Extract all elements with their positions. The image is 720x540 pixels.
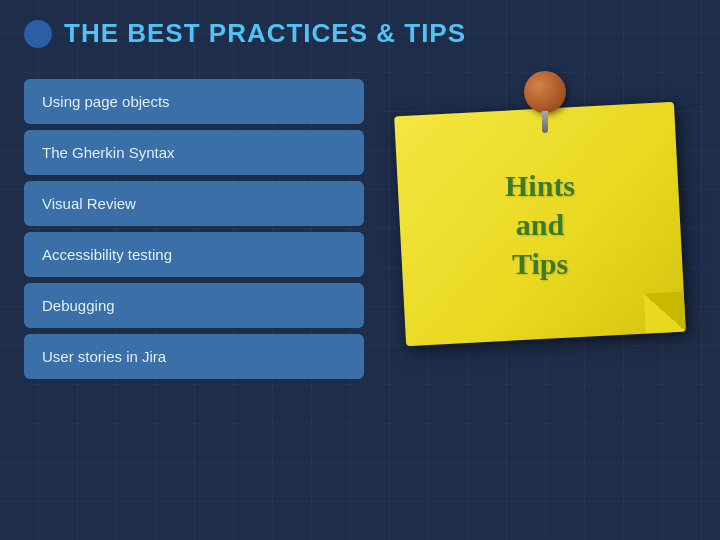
header: THE BEST PRACTICES & TIPS (24, 18, 696, 49)
main-content: Using page objects The Gherkin Syntax Vi… (24, 79, 696, 379)
thumbtack-pin (542, 111, 548, 133)
dot-icon (24, 20, 52, 48)
menu-item-using-page-objects[interactable]: Using page objects (24, 79, 364, 124)
menu-list: Using page objects The Gherkin Syntax Vi… (24, 79, 364, 379)
hints-area: Hints and Tips (394, 79, 696, 339)
menu-item-accessibility-testing[interactable]: Accessibility testing (24, 232, 364, 277)
hints-line3: Tips (505, 244, 575, 283)
menu-item-user-stories-jira[interactable]: User stories in Jira (24, 334, 364, 379)
hints-text: Hints and Tips (495, 156, 585, 293)
page-wrapper: THE BEST PRACTICES & TIPS Using page obj… (0, 0, 720, 540)
page-title: THE BEST PRACTICES & TIPS (64, 18, 466, 49)
menu-item-gherkin-syntax[interactable]: The Gherkin Syntax (24, 130, 364, 175)
hints-line2: and (505, 205, 575, 244)
sticky-note-container: Hints and Tips (400, 89, 690, 339)
menu-item-visual-review[interactable]: Visual Review (24, 181, 364, 226)
thumbtack-head (524, 71, 566, 113)
thumbtack (524, 71, 566, 113)
hints-line1: Hints (505, 166, 575, 205)
menu-item-debugging[interactable]: Debugging (24, 283, 364, 328)
sticky-note: Hints and Tips (394, 102, 686, 346)
